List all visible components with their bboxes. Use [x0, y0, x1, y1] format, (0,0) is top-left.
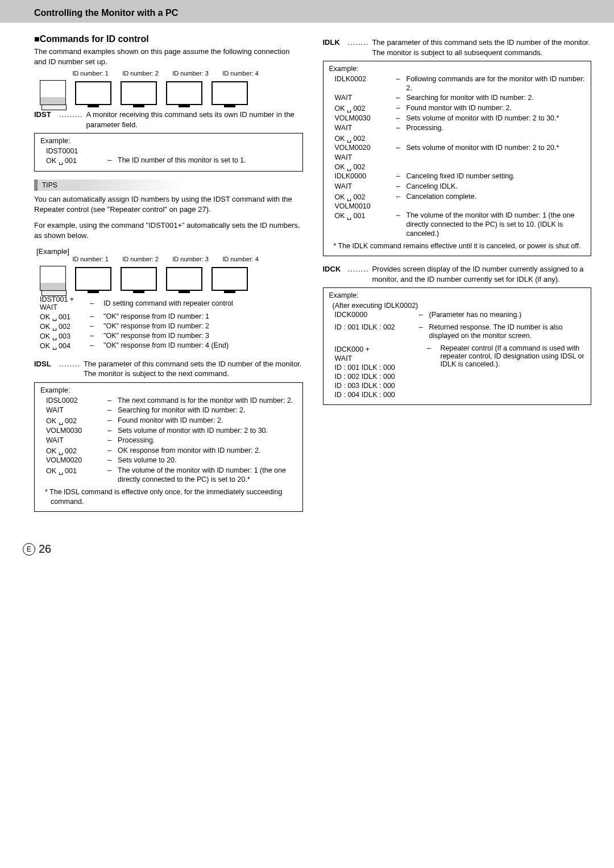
tips-text-2: For example, using the command "IDST001+… [34, 220, 303, 241]
idlk-description: IDLK ........ The parameter of this comm… [323, 37, 592, 57]
monitor-icon [121, 81, 157, 105]
page-number: E 26 [23, 542, 614, 556]
page-header: Controlling the Monitor with a PC [0, 0, 614, 23]
table-row: OK ␣ 001←The volume of the monitor with … [40, 466, 297, 484]
idck-description: IDCK ........ Provides screen display of… [323, 264, 592, 284]
example-label: Example: [40, 137, 297, 145]
connection-diagram-1 [40, 80, 303, 105]
idst-description: IDST ......... A monitor receiving this … [34, 110, 303, 130]
monitor-icon [75, 81, 111, 105]
table-row: OK ␣ 002 [329, 162, 586, 171]
table-row: VOLM0030←Sets volume of monitor with ID … [40, 427, 297, 436]
table-row: VOLM0030←Sets volume of monitor with ID … [329, 114, 586, 123]
table-row: OK ␣ 002 [329, 134, 586, 143]
table-row: VOLM0020←Sets volume to 20. [40, 456, 297, 465]
table-row: VOLM0020←Sets volume of monitor with ID … [329, 144, 586, 153]
monitor-icon [75, 267, 111, 291]
right-column: IDLK ........ The parameter of this comm… [323, 34, 592, 520]
example-label: Example: [329, 65, 586, 73]
idlk-footnote: * The IDLK command remains effective unt… [331, 241, 583, 251]
table-row: IDLK0002←Following commands are for the … [329, 75, 586, 93]
table-row: VOLM0010 [329, 202, 586, 210]
section-title: ■Commands for ID control [34, 34, 303, 44]
table-row: WAIT←Searching for monitor with ID numbe… [40, 406, 297, 415]
intro-text: The command examples shown on this page … [34, 47, 303, 66]
example-label: Example: [40, 386, 297, 394]
monitor-icon [121, 267, 157, 291]
connection-diagram-2 [40, 266, 303, 291]
monitor-icon [211, 81, 248, 105]
table-row: WAIT←Searching for monitor with ID numbe… [329, 94, 586, 103]
example-label: Example: [329, 291, 586, 299]
pc-icon [40, 80, 66, 105]
repeater-top: IDST001 + WAIT ← ID setting command with… [40, 295, 303, 311]
example2-label: [Example] [36, 247, 303, 256]
main-content: ■Commands for ID control The command exa… [0, 23, 614, 531]
pc-icon [40, 266, 66, 291]
tips-heading: TIPS [34, 180, 303, 191]
table-row: OK ␣ 002←Cancelation complete. [329, 193, 586, 202]
monitor-icon [166, 267, 202, 291]
idlk-example-box: Example: IDLK0002←Following commands are… [323, 61, 592, 256]
table-row: OK ␣ 002←OK response from monitor with I… [40, 446, 297, 456]
table-row: WAIT←Canceling IDLK. [329, 182, 586, 191]
table-row: OK ␣ 001←The volume of the monitor with … [329, 211, 586, 238]
table-row: WAIT←Processing. [329, 124, 586, 133]
circle-e-icon: E [23, 543, 35, 556]
idsl-example-box: Example: IDSL0002←The next command is fo… [34, 382, 303, 512]
table-row: IDSL0002←The next command is for the mon… [40, 397, 297, 406]
tips-text-1: You can automatically assign ID numbers … [34, 194, 303, 215]
idsl-description: IDSL ........ The parameter of this comm… [34, 359, 303, 379]
idst-example-box: Example: IDST0001 OK ␣ 001 ← The ID numb… [34, 133, 303, 172]
idck-example-box: Example: (After executing IDLK0002) IDCK… [323, 287, 592, 405]
table-row: WAIT [329, 153, 586, 161]
table-row: IDLK0000←Canceling fixed ID number setti… [329, 172, 586, 181]
table-row: WAIT←Processing. [40, 436, 297, 445]
table-row: OK ␣ 002←Found monitor with ID number: 2… [329, 104, 586, 113]
table-row: OK ␣ 002←Found monitor with ID number: 2… [40, 416, 297, 425]
diagram-labels-2: ID number: 1 ID number: 2 ID number: 3 I… [68, 256, 303, 262]
diagram-labels-1: ID number: 1 ID number: 2 ID number: 3 I… [68, 70, 303, 77]
idsl-footnote: * The IDSL command is effective only onc… [43, 487, 294, 507]
left-column: ■Commands for ID control The command exa… [34, 34, 303, 520]
monitor-icon [211, 267, 248, 291]
monitor-icon [166, 81, 202, 105]
